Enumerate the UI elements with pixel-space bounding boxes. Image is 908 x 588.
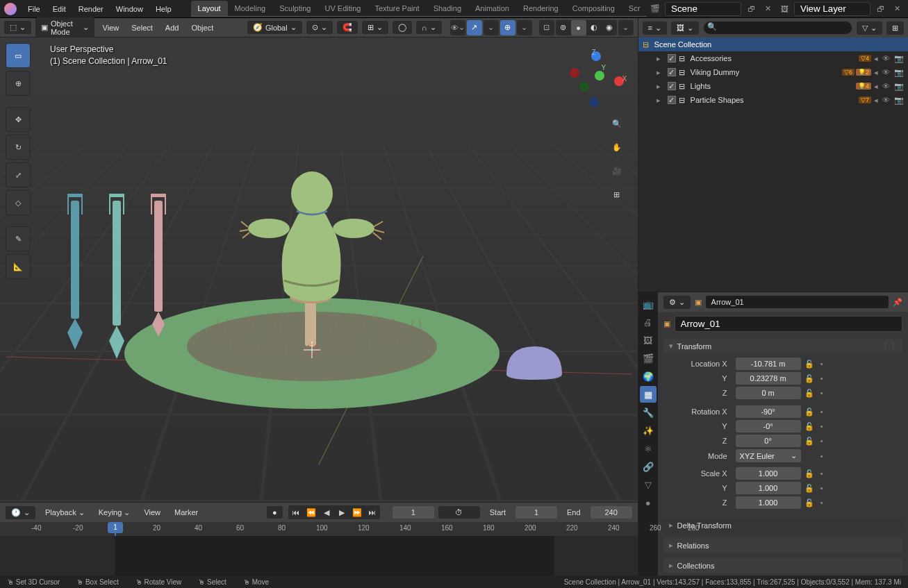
timeline-playback-menu[interactable]: Playback ⌄ xyxy=(41,506,89,519)
object-name-input[interactable] xyxy=(675,316,902,332)
workspace-animation[interactable]: Animation xyxy=(468,1,516,16)
workspace-more[interactable]: Scr xyxy=(622,1,647,16)
loc-z-input[interactable]: 0 m xyxy=(736,387,801,399)
scene-new-icon[interactable]: 🗗 xyxy=(744,2,758,16)
outliner-filter-button[interactable]: ▽ ⌄ xyxy=(857,22,882,35)
timeline-track[interactable] xyxy=(0,536,638,576)
props-editor-type[interactable]: ⚙ ⌄ xyxy=(663,296,691,309)
collection-checkbox[interactable]: ✓ xyxy=(668,54,676,62)
proportional-settings[interactable]: ∩ ⌄ xyxy=(416,21,442,34)
end-frame-input[interactable]: 240 xyxy=(591,506,632,519)
exclude-icon[interactable]: ◂ xyxy=(874,54,878,63)
xray-toggle-icon[interactable]: ⊡ xyxy=(539,20,554,35)
loc-y-input[interactable]: 0.23278 m xyxy=(736,372,801,385)
tab-data-icon[interactable]: ▽ xyxy=(640,476,657,493)
rotation-mode-select[interactable]: XYZ Euler⌄ xyxy=(736,449,801,462)
scale-y-input[interactable]: 1.000 xyxy=(736,482,801,494)
orientation-selector[interactable]: 🧭 Global ⌄ xyxy=(247,21,302,34)
hide-icon[interactable]: 👁 xyxy=(882,68,890,77)
menu-file[interactable]: File xyxy=(22,2,46,16)
outliner-item-particle[interactable]: ▸ ✓ ⊟ Particle Shapes ▽7 ◂👁📷 xyxy=(638,93,908,107)
viewlayer-name-input[interactable] xyxy=(794,2,870,16)
disable-icon[interactable]: 📷 xyxy=(894,54,904,63)
shading-rendered-icon[interactable]: ◉ xyxy=(602,20,617,35)
lock-icon[interactable]: 🔓 xyxy=(804,387,815,399)
editor-type-selector[interactable]: ⬚ ⌄ xyxy=(4,21,31,34)
outliner-item-accessories[interactable]: ▸ ✓ ⊟ Accessories ▽4 ◂👁📷 xyxy=(638,51,908,65)
outliner-search-input[interactable] xyxy=(703,21,852,35)
gizmo-popover-icon[interactable]: ⌄ xyxy=(484,20,499,35)
workspace-uv[interactable]: UV Editing xyxy=(317,1,368,16)
timeline-editor-type[interactable]: 🕐 ⌄ xyxy=(6,506,35,519)
timeline-marker-menu[interactable]: Marker xyxy=(170,506,202,519)
overlay-toggle-icon[interactable]: ⊕ xyxy=(500,20,515,35)
collection-checkbox[interactable]: ✓ xyxy=(668,82,676,90)
tab-world-icon[interactable]: 🌍 xyxy=(640,368,657,385)
tab-particle-icon[interactable]: ✨ xyxy=(640,422,657,439)
rot-y-input[interactable]: -0° xyxy=(736,420,801,432)
timeline-playhead[interactable]: 1 xyxy=(115,522,116,536)
lock-icon[interactable]: 🔓 xyxy=(804,372,815,385)
tab-output-icon[interactable]: 🖨 xyxy=(640,314,657,330)
viewlayer-delete-icon[interactable]: ✕ xyxy=(890,2,904,16)
tab-modifier-icon[interactable]: 🔧 xyxy=(640,404,657,421)
props-breadcrumb[interactable]: Arrow_01 xyxy=(706,296,889,308)
exclude-icon[interactable]: ◂ xyxy=(874,96,878,105)
visibility-popover-icon[interactable]: 👁⌄ xyxy=(450,20,465,35)
scene-delete-icon[interactable]: ✕ xyxy=(761,2,775,16)
outliner-item-viking[interactable]: ▸ ✓ ⊟ Viking Dummy ▽6💡2 ◂👁📷 xyxy=(638,65,908,79)
outliner-display-mode[interactable]: 🖼 ⌄ xyxy=(671,22,699,35)
workspace-modeling[interactable]: Modeling xyxy=(228,1,273,16)
overlay-popover-icon[interactable]: ⌄ xyxy=(517,20,532,35)
scale-z-input[interactable]: 1.000 xyxy=(736,496,801,509)
current-frame-input[interactable]: 1 xyxy=(393,506,434,519)
view-menu[interactable]: View xyxy=(99,22,124,34)
lock-icon[interactable]: 🔓 xyxy=(804,420,815,432)
shading-wireframe-icon[interactable]: ⊚ xyxy=(556,20,571,35)
keyframe-next-button[interactable]: ⏩ xyxy=(349,505,365,519)
add-menu[interactable]: Add xyxy=(161,22,183,34)
exclude-icon[interactable]: ◂ xyxy=(874,68,878,77)
hide-icon[interactable]: 👁 xyxy=(882,96,890,105)
workspace-rendering[interactable]: Rendering xyxy=(516,1,566,16)
outliner-new-collection[interactable]: ⊞ xyxy=(886,22,904,35)
scene-collection-row[interactable]: ⊟ Scene Collection xyxy=(638,37,908,51)
lock-icon[interactable]: 🔓 xyxy=(804,482,815,494)
tab-material-icon[interactable]: ● xyxy=(640,494,657,511)
timeline-view-menu[interactable]: View xyxy=(140,506,165,519)
disable-icon[interactable]: 📷 xyxy=(894,82,904,91)
tab-constraint-icon[interactable]: 🔗 xyxy=(640,458,657,475)
transform-panel-header[interactable]: ▾ Transform ⋮⋮ xyxy=(663,339,902,353)
start-frame-input[interactable]: 1 xyxy=(515,506,557,519)
viewlayer-new-icon[interactable]: 🗗 xyxy=(873,2,887,16)
jump-end-button[interactable]: ⏭ xyxy=(365,505,380,519)
menu-render[interactable]: Render xyxy=(73,2,109,16)
play-forward-button[interactable]: ▶ xyxy=(334,505,349,519)
viewport-3d[interactable]: ▭ ⊕ ✥ ↻ ⤢ ◇ ✎ 📐 User Perspective (1) Sce… xyxy=(0,37,638,502)
hide-icon[interactable]: 👁 xyxy=(882,54,890,63)
keyframe-prev-button[interactable]: ⏪ xyxy=(304,505,319,519)
scene-name-input[interactable] xyxy=(665,2,741,16)
loc-x-input[interactable]: -10.781 m xyxy=(736,358,801,370)
tab-object-icon[interactable]: ▦ xyxy=(640,386,657,403)
collections-panel-header[interactable]: ▸ Collections xyxy=(663,558,902,573)
play-reverse-button[interactable]: ◀ xyxy=(319,505,334,519)
tab-viewlayer-icon[interactable]: 🖼 xyxy=(640,332,657,348)
tab-physics-icon[interactable]: ⚛ xyxy=(640,440,657,457)
rot-z-input[interactable]: 0° xyxy=(736,435,801,447)
menu-window[interactable]: Window xyxy=(110,2,149,16)
collection-checkbox[interactable]: ✓ xyxy=(668,68,676,76)
pivot-selector[interactable]: ⊙ ⌄ xyxy=(306,21,333,34)
disable-icon[interactable]: 📷 xyxy=(894,96,904,105)
disable-icon[interactable]: 📷 xyxy=(894,68,904,77)
jump-start-button[interactable]: ⏮ xyxy=(288,505,304,519)
collection-checkbox[interactable]: ✓ xyxy=(668,96,676,104)
shading-solid-icon[interactable]: ● xyxy=(571,20,586,35)
shading-popover-icon[interactable]: ⌄ xyxy=(618,20,634,35)
outliner-item-lights[interactable]: ▸ ✓ ⊟ Lights 💡4 ◂👁📷 xyxy=(638,79,908,93)
proportional-edit[interactable]: ◯ xyxy=(393,21,412,34)
lock-icon[interactable]: 🔓 xyxy=(804,496,815,509)
rot-x-input[interactable]: -90° xyxy=(736,405,801,418)
tab-render-icon[interactable]: 📺 xyxy=(640,296,657,312)
pin-icon[interactable]: 📌 xyxy=(893,298,902,307)
